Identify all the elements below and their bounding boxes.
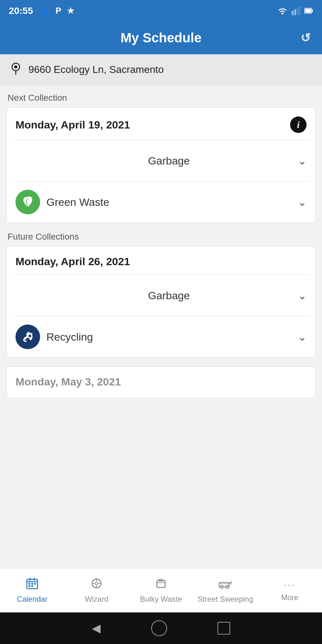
- svg-rect-16: [31, 583, 33, 585]
- garbage-2-chevron-icon: ⌄: [298, 289, 307, 302]
- nav-more[interactable]: ··· More: [258, 569, 322, 612]
- recycling-row[interactable]: Recycling ⌄: [7, 316, 315, 357]
- partial-card: Monday, May 3, 2021: [6, 367, 316, 398]
- svg-rect-26: [157, 581, 165, 587]
- wifi-icon: [277, 6, 288, 15]
- svg-point-9: [14, 65, 17, 69]
- more-label: More: [281, 593, 299, 602]
- street-sweeping-icon: [218, 577, 232, 592]
- svg-rect-17: [34, 583, 36, 585]
- garbage-1-icon-placeholder: [15, 148, 40, 173]
- garbage-1-chevron-icon: ⌄: [298, 154, 307, 167]
- svg-rect-18: [28, 585, 30, 587]
- home-button[interactable]: [151, 620, 167, 636]
- green-waste-label: Green Waste: [46, 196, 291, 208]
- location-pin-icon: [9, 61, 23, 78]
- account-icon: 👤: [39, 6, 50, 16]
- parking-icon: P: [56, 6, 62, 16]
- back-button[interactable]: ◀: [92, 622, 101, 635]
- star-icon: ★: [67, 6, 74, 16]
- wizard-icon: [91, 577, 103, 592]
- nav-calendar[interactable]: Calendar: [0, 569, 64, 612]
- next-collection-date: Monday, April 19, 2021: [15, 119, 130, 131]
- calendar-label: Calendar: [17, 595, 47, 604]
- address-bar: 9660 Ecology Ln, Sacramento: [0, 54, 322, 85]
- svg-rect-15: [28, 583, 30, 585]
- bottom-navigation: Calendar Wizard Bulky Waste: [0, 568, 322, 612]
- info-button[interactable]: i: [290, 116, 307, 133]
- bulky-waste-label: Bulky Waste: [140, 595, 182, 604]
- svg-rect-6: [312, 9, 313, 12]
- green-waste-row[interactable]: Green Waste ⌄: [7, 182, 315, 223]
- battery-icon: [304, 6, 313, 15]
- future-collections-label: Future Collections: [8, 232, 316, 242]
- next-collection-label: Next Collection: [8, 93, 316, 103]
- page-title: My Schedule: [121, 30, 202, 45]
- green-waste-icon: [15, 190, 40, 214]
- garbage-2-label: Garbage: [46, 289, 291, 302]
- calendar-icon: [26, 577, 38, 592]
- svg-rect-1: [292, 11, 294, 15]
- svg-rect-3: [297, 8, 299, 15]
- signal-icon: [292, 6, 301, 15]
- garbage-1-label: Garbage: [46, 155, 291, 167]
- next-collection-card: Monday, April 19, 2021 i Garbage ⌄ Green…: [6, 107, 316, 223]
- status-bar-right: [277, 6, 313, 15]
- recycling-label: Recycling: [46, 331, 291, 343]
- svg-rect-7: [305, 9, 311, 13]
- address-text: 9660 Ecology Ln, Sacramento: [28, 64, 164, 75]
- refresh-button[interactable]: ↺: [301, 31, 311, 45]
- garbage-2-row[interactable]: Garbage ⌄: [7, 275, 315, 316]
- future-collection-date: Monday, April 26, 2021: [15, 255, 130, 268]
- recents-button[interactable]: [218, 622, 230, 635]
- nav-bulky-waste[interactable]: Bulky Waste: [129, 569, 193, 612]
- wizard-label: Wizard: [85, 595, 109, 604]
- svg-rect-19: [31, 585, 33, 587]
- garbage-2-icon-placeholder: [15, 283, 40, 308]
- main-content: Next Collection Monday, April 19, 2021 i…: [0, 85, 322, 568]
- android-navigation-bar: ◀: [0, 612, 322, 644]
- nav-wizard[interactable]: Wizard: [64, 569, 129, 612]
- status-bar-left: 20:55 👤 P ★: [9, 5, 74, 16]
- partial-card-date: Monday, May 3, 2021: [7, 367, 315, 388]
- next-collection-date-row: Monday, April 19, 2021 i: [7, 108, 315, 140]
- svg-point-0: [282, 13, 283, 15]
- future-collection-card: Monday, April 26, 2021 Garbage ⌄: [6, 246, 316, 358]
- garbage-1-row[interactable]: Garbage ⌄: [7, 140, 315, 181]
- green-waste-chevron-icon: ⌄: [298, 196, 307, 208]
- svg-rect-4: [299, 6, 301, 15]
- nav-street-sweeping[interactable]: Street Sweeping: [193, 569, 258, 612]
- svg-point-21: [95, 582, 98, 585]
- svg-rect-2: [294, 9, 296, 15]
- bulky-waste-icon: [155, 577, 167, 592]
- future-collection-date-row: Monday, April 26, 2021: [7, 247, 315, 275]
- time-display: 20:55: [9, 5, 33, 16]
- recycling-chevron-icon: ⌄: [298, 331, 307, 343]
- street-sweeping-label: Street Sweeping: [198, 595, 253, 604]
- recycling-icon: [15, 325, 40, 349]
- status-bar: 20:55 👤 P ★: [0, 0, 322, 21]
- app-header: My Schedule ↺: [0, 21, 322, 54]
- more-icon: ···: [284, 579, 296, 591]
